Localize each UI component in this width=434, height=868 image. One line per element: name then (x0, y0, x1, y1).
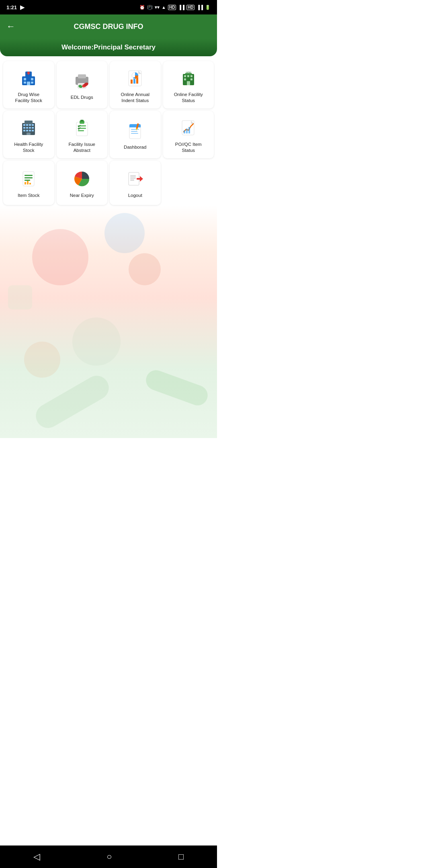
edl-drugs-label: EDL Drugs (71, 94, 93, 100)
drug-wise-facility-stock-button[interactable]: Drug Wise Facility Stock (3, 61, 54, 108)
chart-doc-icon (125, 68, 145, 88)
svg-rect-48 (76, 122, 88, 136)
svg-rect-65 (186, 129, 188, 133)
health-facility-stock-label: Health Facility Stock (14, 141, 43, 154)
hd-badge: HD (168, 5, 176, 10)
svg-rect-50 (80, 120, 84, 122)
app-title: CGMSC DRUG INFO (19, 23, 198, 31)
online-annual-indent-button[interactable]: Online Annual Indent Status (110, 61, 161, 108)
svg-rect-53 (78, 130, 84, 131)
svg-rect-78 (130, 180, 134, 180)
svg-rect-28 (184, 78, 186, 80)
svg-rect-71 (25, 182, 26, 184)
header: ← CGMSC DRUG INFO (0, 14, 217, 39)
svg-rect-5 (31, 82, 33, 84)
pie-chart-icon (72, 168, 92, 189)
menu-grid: Drug Wise Facility Stock EDL Drugs (0, 58, 217, 205)
building-online-icon: .online (178, 68, 199, 88)
wifi-icon: ▾▾ (155, 5, 160, 10)
pocket-casts-icon: ▶ (20, 4, 25, 10)
svg-rect-58 (131, 131, 137, 132)
svg-rect-45 (29, 130, 31, 131)
signal-icon: ▐▐ (178, 5, 184, 10)
svg-rect-46 (32, 130, 34, 131)
svg-rect-77 (130, 178, 136, 178)
health-facility-stock-button[interactable]: Health Facility Stock (3, 111, 54, 158)
svg-rect-37 (29, 124, 31, 126)
clipboard-green-icon (72, 117, 92, 138)
battery-icon: 🔋 (205, 5, 211, 10)
item-stock-button[interactable]: Item Stock (3, 161, 54, 205)
back-button[interactable]: ← (6, 21, 15, 32)
svg-rect-66 (188, 127, 190, 133)
svg-rect-35 (23, 124, 25, 126)
svg-rect-26 (187, 75, 189, 77)
svg-text:.online: .online (186, 71, 191, 73)
po-qc-status-label: PO//QC Item Status (175, 141, 202, 154)
svg-rect-41 (29, 127, 31, 129)
svg-rect-59 (131, 133, 138, 134)
svg-rect-30 (187, 81, 190, 85)
svg-rect-2 (24, 78, 26, 80)
po-qc-item-status-button[interactable]: PO//QC Item Status (163, 111, 214, 158)
online-facility-status-label: Online Facility Status (174, 92, 203, 104)
svg-rect-56 (129, 126, 141, 127)
svg-rect-8 (28, 72, 29, 75)
svg-rect-70 (25, 180, 30, 181)
svg-rect-73 (29, 183, 31, 184)
exit-red-icon (125, 168, 145, 189)
svg-rect-3 (31, 78, 33, 80)
welcome-text: Welcome:Principal Secretary (61, 43, 156, 51)
hospital-red-icon (18, 68, 39, 88)
svg-rect-64 (184, 130, 185, 133)
svg-marker-80 (140, 176, 143, 182)
dashborad-button[interactable]: Dashborad (110, 111, 161, 158)
svg-rect-76 (130, 176, 136, 176)
svg-rect-29 (190, 78, 192, 80)
svg-rect-72 (27, 181, 29, 184)
signal2-icon: ▐▐ (197, 5, 203, 10)
facility-issue-abstract-button[interactable]: Facility Issue Abstract (57, 111, 108, 158)
svg-rect-6 (27, 82, 30, 85)
svg-rect-34 (25, 121, 33, 125)
notepad-blue-icon (125, 120, 145, 141)
facility-issue-abstract-label: Facility Issue Abstract (69, 141, 95, 154)
svg-rect-44 (26, 130, 28, 131)
svg-rect-43 (23, 130, 25, 131)
chart-up-icon (178, 117, 199, 138)
wifi-fill-icon: ▲ (162, 5, 166, 10)
logout-label: Logout (128, 192, 142, 199)
svg-rect-36 (26, 124, 28, 126)
item-stock-label: Item Stock (18, 192, 39, 199)
near-expiry-label: Near Expiry (70, 192, 94, 199)
svg-rect-69 (25, 177, 33, 178)
hd-badge2: HD (186, 5, 194, 10)
vibrate-icon: 📳 (147, 5, 153, 10)
svg-rect-10 (78, 74, 86, 78)
svg-rect-42 (32, 127, 34, 129)
doc-lines-green-icon (18, 168, 39, 189)
edl-drugs-button[interactable]: EDL Drugs (57, 61, 108, 108)
svg-rect-68 (25, 175, 33, 176)
alarm-icon: ⏰ (139, 5, 145, 10)
near-expiry-button[interactable]: Near Expiry (57, 161, 108, 205)
svg-rect-57 (131, 129, 139, 130)
online-annual-label: Online Annual Indent Status (121, 92, 149, 104)
background-decoration (0, 205, 217, 438)
svg-rect-39 (23, 127, 25, 129)
svg-rect-25 (184, 75, 186, 77)
online-facility-status-button[interactable]: .online Online Facility Status (163, 61, 214, 108)
status-bar: 1:21 ▶ ⏰ 📳 ▾▾ ▲ HD ▐▐ HD ▐▐ 🔋 (0, 0, 217, 14)
svg-rect-4 (24, 82, 26, 84)
svg-rect-38 (32, 124, 34, 126)
svg-rect-47 (27, 133, 31, 135)
logout-button[interactable]: Logout (110, 161, 161, 205)
svg-rect-27 (190, 75, 192, 77)
svg-rect-19 (131, 80, 133, 84)
svg-rect-40 (26, 127, 28, 129)
pills-icon (72, 70, 92, 91)
welcome-bar: Welcome:Principal Secretary (0, 39, 217, 56)
drug-wise-label: Drug Wise Facility Stock (15, 92, 42, 104)
time-display: 1:21 (6, 4, 17, 10)
building-blue-icon (18, 117, 39, 138)
